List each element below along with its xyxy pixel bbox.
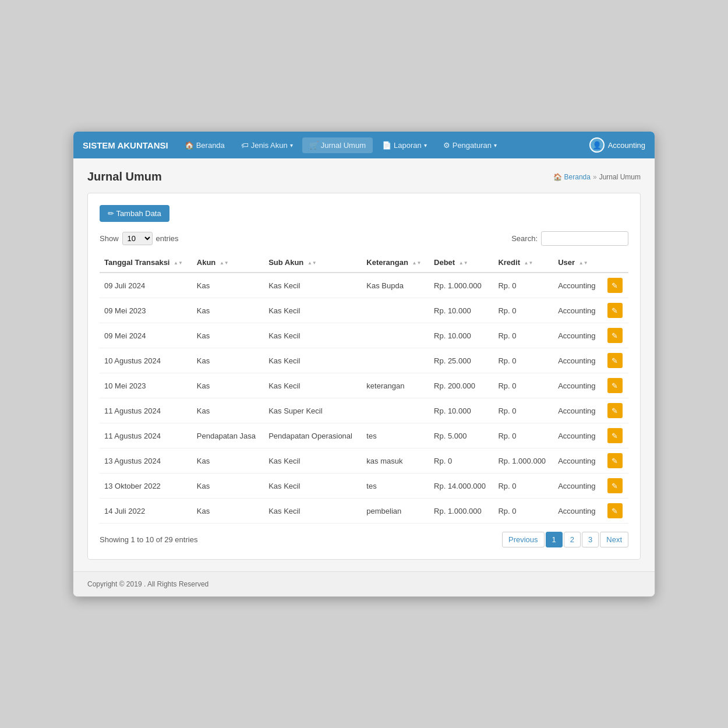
cart-icon: 🛒	[309, 141, 319, 150]
cell-tanggal: 11 Agustus 2024	[100, 398, 192, 423]
sort-icon-keterangan[interactable]: ▲▼	[412, 261, 421, 266]
cell-keterangan	[362, 323, 429, 348]
cell-akun: Kas	[192, 323, 264, 348]
edit-icon: ✎	[612, 482, 618, 490]
entries-label: entries	[156, 234, 179, 243]
cell-user: Accounting	[553, 398, 603, 423]
action-button[interactable]: ✎	[607, 453, 623, 468]
action-button[interactable]: ✎	[607, 503, 623, 518]
col-user: User ▲▼	[553, 253, 603, 273]
cell-sub-akun: Kas Kecil	[264, 348, 362, 373]
content-area: Jurnal Umum 🏠 Beranda » Jurnal Umum ✏ Ta…	[73, 158, 655, 571]
table-row: 11 Agustus 2024 Pendapatan Jasa Pendapat…	[100, 423, 628, 448]
page-1-button[interactable]: 1	[546, 532, 563, 547]
nav-jurnal-umum[interactable]: 🛒 Jurnal Umum	[302, 137, 373, 153]
cell-action: ✎	[603, 499, 628, 524]
next-button[interactable]: Next	[600, 532, 628, 547]
cell-user: Accounting	[553, 499, 603, 524]
page-3-button[interactable]: 3	[582, 532, 599, 547]
cell-debet: Rp. 14.000.000	[429, 473, 493, 499]
action-button[interactable]: ✎	[607, 428, 623, 443]
page-2-button[interactable]: 2	[564, 532, 581, 547]
add-data-button[interactable]: ✏ Tambah Data	[100, 205, 169, 222]
table-row: 13 Oktober 2022 Kas Kas Kecil tes Rp. 14…	[100, 473, 628, 499]
cell-akun: Kas	[192, 398, 264, 423]
sort-icon-akun[interactable]: ▲▼	[220, 261, 229, 266]
sort-icon-user[interactable]: ▲▼	[579, 261, 588, 266]
cell-user: Accounting	[553, 348, 603, 373]
cell-sub-akun: Kas Kecil	[264, 323, 362, 348]
cell-akun: Kas	[192, 499, 264, 524]
site-footer: Copyright © 2019 . All Rights Reserved	[73, 571, 655, 596]
cell-action: ✎	[603, 398, 628, 423]
nav-pengaturan[interactable]: ⚙ Pengaturan ▾	[436, 137, 504, 153]
cell-tanggal: 09 Juli 2024	[100, 273, 192, 298]
table-footer: Showing 1 to 10 of 29 entries Previous 1…	[100, 532, 628, 547]
sort-icon-debet[interactable]: ▲▼	[459, 261, 468, 266]
search-input[interactable]	[541, 231, 628, 246]
page-title: Jurnal Umum	[87, 170, 162, 183]
sort-icon-tanggal[interactable]: ▲▼	[174, 261, 183, 266]
prev-button[interactable]: Previous	[502, 532, 545, 547]
action-button[interactable]: ✎	[607, 403, 623, 418]
cell-kredit: Rp. 0	[493, 323, 553, 348]
action-button[interactable]: ✎	[607, 353, 623, 368]
cell-action: ✎	[603, 323, 628, 348]
breadcrumb: 🏠 Beranda » Jurnal Umum	[553, 173, 641, 181]
edit-icon: ✎	[612, 407, 618, 415]
username: Accounting	[608, 141, 645, 150]
nav-laporan[interactable]: 📄 Laporan ▾	[375, 137, 434, 153]
cell-keterangan: pembelian	[362, 499, 429, 524]
cell-debet: Rp. 200.000	[429, 373, 493, 398]
cell-tanggal: 10 Agustus 2024	[100, 348, 192, 373]
cell-akun: Kas	[192, 448, 264, 473]
cell-user: Accounting	[553, 448, 603, 473]
cell-kredit: Rp. 0	[493, 499, 553, 524]
cell-tanggal: 11 Agustus 2024	[100, 423, 192, 448]
home-breadcrumb-icon: 🏠	[553, 173, 562, 181]
edit-icon: ✎	[612, 381, 618, 390]
action-button[interactable]: ✎	[607, 303, 623, 318]
cell-tanggal: 13 Oktober 2022	[100, 473, 192, 499]
table-row: 10 Mei 2023 Kas Kas Kecil keterangan Rp.…	[100, 373, 628, 398]
col-tanggal: Tanggal Transaksi ▲▼	[100, 253, 192, 273]
action-button[interactable]: ✎	[607, 328, 623, 343]
show-entries-control: Show 10 25 50 100 entries	[100, 232, 179, 245]
nav-beranda[interactable]: 🏠 Beranda	[178, 137, 232, 153]
action-button[interactable]: ✎	[607, 278, 623, 293]
sort-icon-subakun[interactable]: ▲▼	[308, 261, 317, 266]
breadcrumb-home[interactable]: Beranda	[564, 173, 591, 181]
cell-user: Accounting	[553, 323, 603, 348]
cell-action: ✎	[603, 373, 628, 398]
cell-kredit: Rp. 0	[493, 273, 553, 298]
main-window: SISTEM AKUNTANSI 🏠 Beranda 🏷 Jenis Akun …	[73, 131, 655, 597]
col-sub-akun: Sub Akun ▲▼	[264, 253, 362, 273]
table-row: 09 Mei 2024 Kas Kas Kecil Rp. 10.000 Rp.…	[100, 323, 628, 348]
cell-user: Accounting	[553, 423, 603, 448]
cell-sub-akun: Kas Kecil	[264, 473, 362, 499]
show-label: Show	[100, 234, 119, 243]
table-row: 14 Juli 2022 Kas Kas Kecil pembelian Rp.…	[100, 499, 628, 524]
cell-kredit: Rp. 0	[493, 348, 553, 373]
cell-kredit: Rp. 0	[493, 398, 553, 423]
cell-sub-akun: Kas Kecil	[264, 373, 362, 398]
action-button[interactable]: ✎	[607, 478, 623, 493]
cell-debet: Rp. 1.000.000	[429, 499, 493, 524]
entries-select[interactable]: 10 25 50 100	[122, 232, 153, 245]
data-table: Tanggal Transaksi ▲▼ Akun ▲▼ Sub Akun ▲▼	[100, 253, 628, 524]
cell-kredit: Rp. 0	[493, 298, 553, 323]
doc-icon: 📄	[382, 141, 391, 150]
cell-tanggal: 10 Mei 2023	[100, 373, 192, 398]
action-button[interactable]: ✎	[607, 378, 623, 393]
cell-user: Accounting	[553, 473, 603, 499]
breadcrumb-separator: »	[593, 173, 597, 181]
tag-icon: 🏷	[241, 141, 249, 150]
cell-akun: Kas	[192, 298, 264, 323]
sort-icon-kredit[interactable]: ▲▼	[524, 261, 533, 266]
user-menu[interactable]: 👤 Accounting	[589, 137, 645, 153]
cell-debet: Rp. 10.000	[429, 323, 493, 348]
cell-tanggal: 09 Mei 2024	[100, 323, 192, 348]
copyright-text: Copyright © 2019 . All Rights Reserved	[87, 580, 208, 588]
edit-icon: ✎	[612, 306, 618, 315]
nav-jenis-akun[interactable]: 🏷 Jenis Akun ▾	[234, 137, 300, 153]
